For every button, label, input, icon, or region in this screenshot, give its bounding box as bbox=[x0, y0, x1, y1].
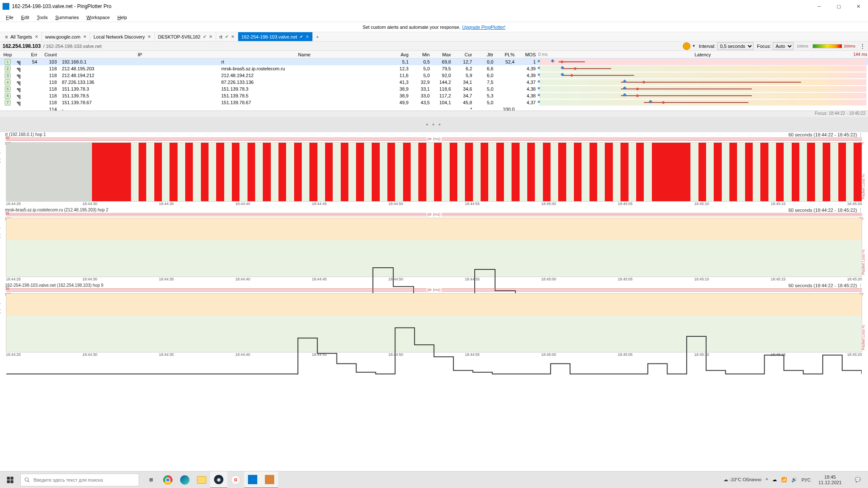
app-icon bbox=[3, 3, 9, 10]
menu-tools[interactable]: Tools bbox=[33, 14, 51, 21]
chrome-icon[interactable] bbox=[159, 471, 176, 488]
menu-workspace[interactable]: Workspace bbox=[83, 14, 113, 21]
explorer-icon[interactable] bbox=[193, 471, 210, 488]
check-icon: ✔ bbox=[300, 34, 303, 39]
weather-widget[interactable]: ☁ -10°C Облачно bbox=[723, 477, 762, 482]
menu-summaries[interactable]: Summaries bbox=[52, 14, 82, 21]
settings-icon[interactable]: ⋮ bbox=[860, 43, 865, 50]
clock[interactable]: 18:4511.12.2021 bbox=[815, 474, 845, 485]
col-latency[interactable]: 0 ms Latency 144 ms bbox=[537, 52, 868, 57]
graph-hop1: rt (192.168.0.1) hop 1 60 seconds (18:44… bbox=[0, 132, 868, 208]
legend-hi: 200ms bbox=[844, 44, 855, 48]
focus-time: Focus: 18:44:22 - 18:45:22 bbox=[0, 111, 868, 117]
table-row[interactable]: 6 118 151.139.78.5 151.139.78.5 38,9 33,… bbox=[0, 92, 868, 99]
col-cur[interactable]: Cur bbox=[453, 52, 474, 57]
col-ip[interactable]: IP bbox=[58, 52, 220, 57]
onedrive-icon[interactable]: ☁ bbox=[772, 477, 777, 482]
tab-5[interactable]: 162-254-198-103.valve.net✔✕ bbox=[238, 32, 313, 41]
graph1-menu-icon[interactable]: ⋮ bbox=[858, 132, 863, 137]
svg-point-4 bbox=[25, 477, 28, 481]
close-button[interactable]: ✕ bbox=[849, 0, 868, 13]
col-mos[interactable]: MOS bbox=[516, 52, 537, 57]
tab-0[interactable]: ≡All Targets✕ bbox=[2, 32, 42, 41]
hop-expand-icon[interactable]: 2 bbox=[5, 66, 11, 72]
menu-help[interactable]: Help bbox=[114, 14, 131, 21]
language-indicator[interactable]: РУС bbox=[801, 477, 811, 482]
hop-expand-icon[interactable]: 1 bbox=[5, 59, 11, 65]
hop-expand-icon[interactable]: 7 bbox=[5, 100, 11, 105]
table-row[interactable]: 7 118 151.139.78.67 151.139.78.67 49,9 4… bbox=[0, 99, 868, 106]
search-box[interactable]: Введите здесь текст для поиска bbox=[20, 474, 139, 486]
splitter-handle[interactable]: • • • bbox=[0, 117, 868, 132]
hop-expand-icon[interactable]: 5 bbox=[5, 86, 11, 92]
table-row[interactable]: 4 118 87.226.133.136 87.226.133.136 41,3… bbox=[0, 79, 868, 86]
close-tab-icon[interactable]: ✕ bbox=[83, 34, 86, 39]
check-icon: ✔ bbox=[203, 34, 206, 39]
col-count[interactable]: Count bbox=[39, 52, 58, 57]
menu-edit[interactable]: Edit bbox=[18, 14, 33, 21]
col-pl[interactable]: PL% bbox=[495, 52, 516, 57]
col-hop[interactable]: Hop bbox=[0, 52, 15, 57]
close-tab-icon[interactable]: ✕ bbox=[306, 34, 309, 39]
graph-hop9: 162-254-198-103.valve.net (162.254.198.1… bbox=[0, 283, 868, 358]
game-icon[interactable] bbox=[261, 471, 278, 488]
upgrade-link[interactable]: Upgrade PingPlotter! bbox=[462, 25, 506, 30]
tab-3[interactable]: DESKTOP-5V6L182✔✕ bbox=[155, 32, 216, 41]
record-button[interactable] bbox=[683, 42, 690, 50]
hop-expand-icon[interactable]: 3 bbox=[5, 72, 11, 78]
add-tab-button[interactable]: + bbox=[313, 32, 322, 41]
record-dropdown-icon[interactable]: ▼ bbox=[692, 44, 696, 48]
edge-icon[interactable] bbox=[176, 471, 193, 488]
table-row[interactable]: 3 118 212.48.194.212 212.48.194.212 11,6… bbox=[0, 72, 868, 79]
interval-select[interactable]: 0,5 seconds bbox=[717, 42, 754, 50]
trace-header: Hop Err Count IP Name Avg Min Max Cur Jt… bbox=[0, 51, 868, 58]
target-name: / 162-254-198-103.valve.net bbox=[43, 44, 102, 49]
graph3-jitter-band: 35 jttr (ms) bbox=[6, 288, 862, 292]
col-min[interactable]: Min bbox=[410, 52, 431, 57]
volume-icon[interactable]: 🔊 bbox=[791, 477, 797, 482]
col-avg[interactable]: Avg bbox=[389, 52, 410, 57]
search-icon bbox=[24, 477, 30, 483]
menu-bar: FileEditToolsSummariesWorkspaceHelp bbox=[0, 13, 868, 22]
notifications-icon[interactable]: 💬 bbox=[849, 471, 866, 488]
table-row[interactable]: 1 54 103 192.168.0.1 rt 5,1 0,5 69,8 12,… bbox=[0, 58, 868, 65]
pingplotter-taskbar-icon[interactable] bbox=[244, 471, 261, 488]
graph2-menu-icon[interactable]: ⋮ bbox=[858, 208, 863, 213]
menu-file[interactable]: File bbox=[3, 14, 17, 21]
latency-marker-icon: × bbox=[537, 59, 541, 63]
minimize-button[interactable]: ─ bbox=[810, 0, 829, 13]
focus-select[interactable]: Auto bbox=[773, 42, 793, 50]
tray-chevron-icon[interactable]: ^ bbox=[766, 477, 768, 482]
hop-expand-icon[interactable]: 4 bbox=[5, 79, 11, 85]
task-view-icon[interactable]: ⊞ bbox=[142, 471, 159, 488]
tab-1[interactable]: www.google.com✕ bbox=[42, 32, 90, 41]
hop-expand-icon[interactable]: 6 bbox=[5, 93, 11, 99]
legend-lo: 100ms bbox=[797, 44, 808, 48]
table-row[interactable]: 2 118 212.48.195.203 mrsk-bras5.sz.ip.ro… bbox=[0, 65, 868, 72]
graph3-menu-icon[interactable]: ⋮ bbox=[858, 283, 863, 288]
close-tab-icon[interactable]: ✕ bbox=[35, 34, 38, 39]
table-row[interactable]: 114 - * 100,0 bbox=[0, 106, 868, 111]
maximize-button[interactable]: ▢ bbox=[829, 0, 849, 13]
col-name[interactable]: Name bbox=[220, 52, 389, 57]
col-max[interactable]: Max bbox=[431, 52, 453, 57]
close-tab-icon[interactable]: ✕ bbox=[147, 34, 151, 39]
steam-icon[interactable]: ◉ bbox=[210, 471, 227, 488]
taskbar: Введите здесь текст для поиска ⊞ ◉ Я ☁ -… bbox=[0, 471, 868, 488]
graph3-plot[interactable]: 130 30 Latency (ms) Packet Loss % bbox=[6, 293, 862, 352]
target-ip: 162.254.198.103 bbox=[3, 43, 41, 49]
graph2-plot[interactable]: 130 30 Latency (ms) Packet Loss % bbox=[6, 218, 862, 277]
col-jttr[interactable]: Jttr bbox=[474, 52, 495, 57]
table-row[interactable]: 5 118 151.139.78.3 151.139.78.3 38,9 33,… bbox=[0, 86, 868, 92]
graph1-plot[interactable]: 130 30 Latency (ms) Packet Loss % bbox=[6, 142, 862, 202]
col-err[interactable]: Err bbox=[24, 52, 39, 57]
yandex-icon[interactable]: Я bbox=[227, 471, 244, 488]
latency-legend bbox=[812, 44, 842, 48]
close-tab-icon[interactable]: ✕ bbox=[231, 34, 234, 39]
network-icon[interactable]: 📶 bbox=[781, 477, 787, 482]
signal-icon bbox=[17, 88, 20, 92]
start-button[interactable] bbox=[0, 471, 20, 488]
tab-2[interactable]: Local Network Discovery✕ bbox=[90, 32, 155, 41]
tab-4[interactable]: rt✔✕ bbox=[216, 32, 238, 41]
close-tab-icon[interactable]: ✕ bbox=[209, 34, 212, 39]
